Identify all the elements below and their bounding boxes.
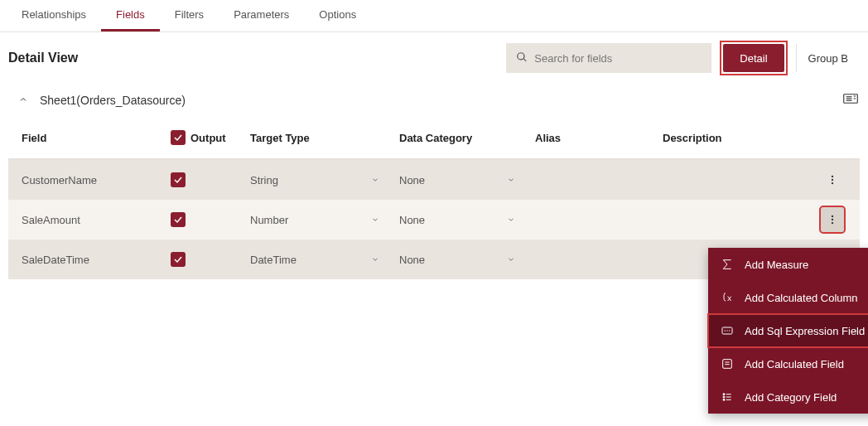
menu-add-category-field[interactable]: Add Category Field <box>708 380 868 414</box>
output-checkbox[interactable] <box>171 252 186 267</box>
sheet-title: Sheet1(Orders_Datasource) <box>40 94 186 107</box>
fx-icon <box>720 291 735 304</box>
col-target: Target Type <box>250 132 399 144</box>
output-all-checkbox[interactable] <box>171 130 186 145</box>
svg-rect-16 <box>723 360 732 369</box>
details-view-icon[interactable] <box>843 93 858 107</box>
cell-field: SaleAmount <box>22 214 171 226</box>
group-by-button[interactable]: Group B <box>796 44 860 72</box>
output-checkbox[interactable] <box>171 172 186 187</box>
cell-field: CustomerName <box>22 174 171 186</box>
search-input[interactable] <box>534 52 702 65</box>
target-type-dropdown[interactable]: String <box>250 174 399 186</box>
search-field[interactable] <box>506 43 711 73</box>
chevron-down-icon <box>507 174 515 186</box>
chevron-up-icon <box>18 94 28 107</box>
svg-point-8 <box>832 182 833 184</box>
page-title: Detail View <box>8 51 496 65</box>
svg-point-6 <box>832 176 833 177</box>
chevron-down-icon <box>371 254 379 266</box>
tab-parameters[interactable]: Parameters <box>219 0 304 31</box>
col-output-label: Output <box>190 132 226 144</box>
header-row: Detail View Detail Group B <box>0 32 868 84</box>
grid-header: Field Output Target Type Data Category A… <box>8 117 860 160</box>
svg-point-9 <box>832 215 833 217</box>
data-category-dropdown[interactable]: None <box>399 174 535 186</box>
data-category-dropdown[interactable]: None <box>399 214 535 226</box>
row-context-menu: Add Measure Add Calculated Column Add Sq… <box>708 248 868 414</box>
sigma-icon <box>720 258 735 271</box>
svg-point-11 <box>832 222 833 224</box>
menu-add-sql-expression[interactable]: Add Sql Expression Field <box>708 314 868 347</box>
list-icon <box>720 390 735 404</box>
svg-point-10 <box>832 219 833 220</box>
col-alias: Alias <box>535 132 663 144</box>
menu-add-measure[interactable]: Add Measure <box>708 248 868 281</box>
row-actions-button[interactable] <box>821 207 844 232</box>
target-type-dropdown[interactable]: DateTime <box>250 254 399 266</box>
tab-relationships[interactable]: Relationships <box>7 0 101 31</box>
col-category: Data Category <box>399 132 535 144</box>
col-desc: Description <box>663 132 818 144</box>
menu-add-calculated-column[interactable]: Add Calculated Column <box>708 281 868 314</box>
search-icon <box>516 51 528 65</box>
svg-point-20 <box>723 396 725 398</box>
chevron-down-icon <box>507 214 515 226</box>
cell-field: SaleDateTime <box>22 254 171 266</box>
menu-add-calculated-field[interactable]: Add Calculated Field <box>708 347 868 380</box>
target-type-dropdown[interactable]: Number <box>250 214 399 226</box>
row-actions-button[interactable] <box>821 167 844 192</box>
tab-filters[interactable]: Filters <box>160 0 219 31</box>
table-row: CustomerName String None <box>8 160 860 200</box>
detail-button[interactable]: Detail <box>723 44 784 72</box>
table-row: SaleAmount Number None <box>8 200 860 240</box>
svg-point-21 <box>723 399 725 400</box>
col-field: Field <box>22 132 171 144</box>
svg-point-19 <box>723 394 725 395</box>
data-category-dropdown[interactable]: None <box>399 254 535 266</box>
chevron-down-icon <box>371 214 379 226</box>
svg-point-7 <box>832 179 833 181</box>
sql-icon <box>720 324 735 337</box>
col-output[interactable]: Output <box>171 130 250 145</box>
tab-fields[interactable]: Fields <box>101 0 160 31</box>
tab-options[interactable]: Options <box>304 0 371 31</box>
chevron-down-icon <box>507 254 515 266</box>
top-tabs: Relationships Fields Filters Parameters … <box>0 0 868 32</box>
chevron-down-icon <box>371 174 379 186</box>
calc-field-icon <box>720 357 735 370</box>
output-checkbox[interactable] <box>171 212 186 227</box>
sheet-header[interactable]: Sheet1(Orders_Datasource) <box>8 84 860 117</box>
